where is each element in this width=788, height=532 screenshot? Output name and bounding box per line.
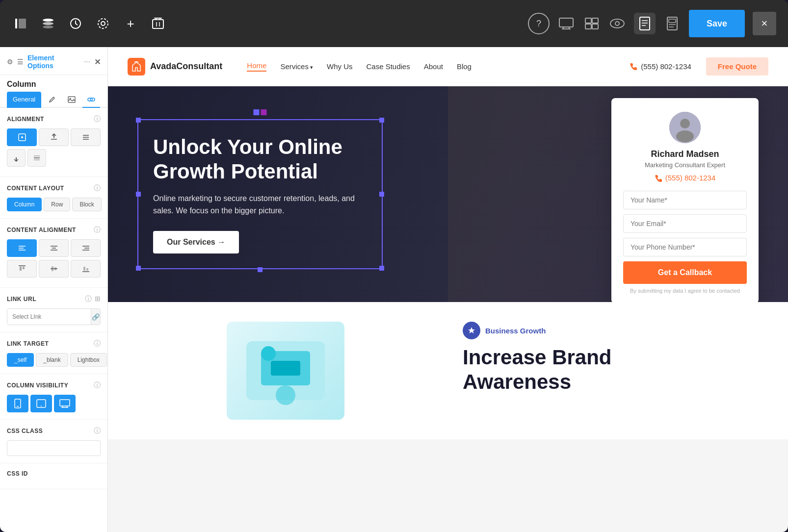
content-align-center[interactable]	[39, 239, 69, 257]
callback-avatar	[669, 112, 701, 143]
hero-section: Unlock Your Online Growth Potential Onli…	[108, 86, 788, 302]
resize-handle-br[interactable]	[379, 266, 384, 271]
tab-image-icon[interactable]	[63, 92, 80, 108]
svg-rect-77	[271, 361, 300, 376]
save-button[interactable]: Save	[689, 10, 745, 37]
link-url-info-icon[interactable]: ⓘ	[85, 295, 92, 304]
css-class-input[interactable]	[7, 440, 101, 456]
column-visibility-info-icon[interactable]: ⓘ	[94, 381, 101, 390]
nav-home[interactable]: Home	[247, 61, 266, 72]
css-class-info-icon[interactable]: ⓘ	[94, 427, 101, 435]
nav-cta-button[interactable]: Free Quote	[706, 57, 768, 76]
content-valign-top[interactable]	[7, 260, 37, 278]
content-alignment-info-icon[interactable]: ⓘ	[94, 226, 101, 234]
trash-icon[interactable]	[149, 15, 167, 32]
link-target-blank[interactable]: _blank	[36, 353, 68, 367]
align-btn-bottom[interactable]	[7, 149, 26, 167]
close-button[interactable]: ×	[753, 12, 776, 35]
link-url-chain-icon[interactable]: 🔗	[91, 309, 100, 325]
content-align-right[interactable]	[71, 239, 101, 257]
settings-icon[interactable]	[94, 15, 112, 32]
resize-handle-bl[interactable]	[136, 266, 141, 271]
align-btn-vertical[interactable]	[27, 149, 46, 167]
top-handle-2[interactable]	[261, 109, 267, 115]
resize-handle-tl[interactable]	[136, 118, 141, 123]
nav-about[interactable]: About	[424, 62, 443, 71]
callback-email-input[interactable]	[623, 214, 747, 233]
top-toolbar: + ? Save ×	[0, 0, 788, 47]
desktop-view-icon[interactable]	[557, 15, 575, 32]
svg-rect-29	[669, 19, 676, 23]
vis-desktop-btn[interactable]	[54, 395, 76, 412]
tab-general[interactable]: General	[7, 92, 41, 108]
align-btn-spread[interactable]	[71, 128, 101, 146]
resize-handle-bottom[interactable]	[258, 267, 263, 272]
svg-rect-8	[153, 20, 163, 28]
template-icon[interactable]	[663, 15, 681, 32]
layout-block-btn[interactable]: Block	[72, 198, 101, 211]
nav-services[interactable]: Services	[280, 62, 313, 71]
resize-handle-tr[interactable]	[379, 118, 384, 123]
link-target-section: Link Target ⓘ _self _blank Lightbox	[0, 332, 107, 374]
content-valign-middle[interactable]	[39, 260, 69, 278]
nav-why-us[interactable]: Why Us	[327, 62, 353, 71]
layout-row-btn[interactable]: Row	[44, 198, 70, 211]
callback-submit-button[interactable]: Get a Callback	[623, 261, 747, 284]
layout-column-btn[interactable]: Column	[7, 198, 42, 211]
link-url-extra-icon[interactable]: ⊞	[95, 295, 101, 304]
svg-rect-67	[60, 400, 70, 406]
svg-point-72	[680, 119, 690, 128]
add-icon[interactable]: +	[122, 15, 139, 32]
alignment-info-icon[interactable]: ⓘ	[94, 115, 101, 124]
content-align-left[interactable]	[7, 239, 37, 257]
svg-rect-61	[83, 267, 85, 271]
logo-icon	[128, 58, 145, 76]
nav-blog[interactable]: Blog	[457, 62, 472, 71]
nav-phone-number: (555) 802-1234	[641, 62, 691, 71]
panel-more-icon[interactable]: ···	[84, 57, 90, 66]
column-visibility-label: Column Visibility	[7, 382, 68, 389]
panel-settings-icon[interactable]: ⚙	[7, 58, 13, 66]
site-logo[interactable]: AvadaConsultant	[128, 58, 222, 76]
content-alignment-label: Content Alignment	[7, 227, 76, 233]
content-valign-bottom[interactable]	[71, 260, 101, 278]
tab-link-icon[interactable]	[82, 92, 100, 108]
column-visibility-section: Column Visibility ⓘ	[0, 374, 107, 420]
help-icon[interactable]: ?	[528, 13, 550, 34]
resize-handle-left[interactable]	[136, 192, 141, 197]
tab-edit-icon[interactable]	[43, 92, 61, 108]
content-alignment-section: Content Alignment ⓘ	[0, 219, 107, 288]
preview-icon[interactable]	[608, 15, 626, 32]
layers-icon[interactable]	[39, 15, 57, 32]
svg-rect-21	[592, 24, 598, 29]
link-target-self[interactable]: _self	[7, 353, 34, 367]
below-hero-section: Business Growth Increase Brand Awareness	[108, 302, 788, 439]
resize-handle-right[interactable]	[379, 192, 384, 197]
page-icon[interactable]	[634, 13, 656, 34]
history-icon[interactable]	[67, 15, 84, 32]
callback-name-input[interactable]	[623, 191, 747, 209]
css-class-section: CSS Class ⓘ	[0, 420, 107, 463]
svg-rect-19	[592, 18, 598, 23]
vis-tablet-btn[interactable]	[30, 395, 52, 412]
link-target-lightbox[interactable]: Lightbox	[70, 353, 107, 367]
top-handle-1[interactable]	[254, 109, 260, 115]
link-target-info-icon[interactable]: ⓘ	[94, 339, 101, 348]
css-class-label: CSS Class	[7, 428, 43, 434]
left-panel: ⚙ ☰ Element Options ··· ✕ Column General	[0, 47, 108, 532]
svg-rect-56	[23, 267, 25, 269]
panel-list-icon[interactable]: ☰	[17, 58, 24, 66]
align-btn-top[interactable]	[39, 128, 69, 146]
callback-phone-input[interactable]	[623, 238, 747, 256]
content-layout-info-icon[interactable]: ⓘ	[94, 184, 101, 193]
vis-mobile-btn[interactable]	[7, 395, 28, 412]
badge-text: Business Growth	[485, 327, 546, 335]
align-btn-center[interactable]	[7, 128, 37, 146]
panel-close-icon[interactable]: ✕	[94, 57, 101, 67]
panel-tabs: General	[0, 92, 107, 108]
link-url-input[interactable]	[7, 309, 91, 324]
nav-case-studies[interactable]: Case Studies	[366, 62, 410, 71]
hero-cta-button[interactable]: Our Services →	[153, 231, 239, 253]
layout-icon[interactable]	[583, 15, 601, 32]
panel-toggle-icon[interactable]	[12, 15, 29, 32]
